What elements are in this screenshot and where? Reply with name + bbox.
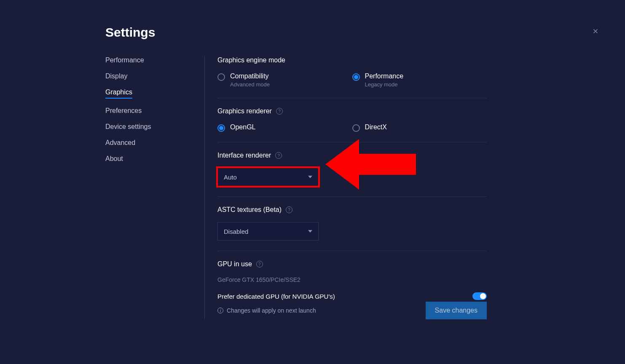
radio-icon [217,124,225,132]
page-title: Settings [105,25,587,40]
interface-renderer-title: Interface renderer [217,152,271,159]
radio-label: OpenGL [230,123,255,131]
radio-sublabel: Advanced mode [230,81,270,88]
close-icon [592,27,599,35]
sidebar-item-graphics[interactable]: Graphics [105,88,132,99]
radio-icon [352,73,360,81]
save-changes-button[interactable]: Save changes [426,302,487,319]
astc-select[interactable]: Disabled [217,222,319,241]
sidebar-item-performance[interactable]: Performance [105,56,144,64]
sidebar-item-advanced[interactable]: Advanced [105,139,135,147]
section-astc: ASTC textures (Beta) ? Disabled [217,206,487,251]
close-button[interactable] [590,26,601,36]
sidebar-item-about[interactable]: About [105,155,123,163]
help-icon[interactable]: ? [286,206,292,213]
help-icon[interactable]: ? [275,152,282,159]
select-value: Disabled [224,228,248,235]
radio-opengl[interactable]: OpenGL [217,123,352,132]
radio-directx[interactable]: DirectX [352,123,487,132]
help-icon[interactable]: ? [276,108,283,115]
section-graphics-renderer: Graphics renderer ? OpenGL DirectX [217,107,487,142]
radio-performance[interactable]: Performance Legacy mode [352,72,487,88]
select-value: Auto [224,174,237,181]
chevron-down-icon [308,230,312,233]
section-interface-renderer: Interface renderer ? Auto [217,152,487,197]
interface-renderer-select[interactable]: Auto [217,168,319,186]
radio-icon [217,73,225,81]
sidebar: Performance Display Graphics Preferences… [105,56,204,319]
sidebar-item-display[interactable]: Display [105,72,127,80]
radio-icon [352,124,360,132]
info-icon: i [217,308,223,313]
chevron-down-icon [308,176,312,178]
section-engine-mode: Graphics engine mode Compatibility Advan… [217,56,487,98]
sidebar-item-preferences[interactable]: Preferences [105,107,142,115]
radio-label: Compatibility [230,72,270,80]
footer-info-text: Changes will apply on next launch [227,307,316,314]
engine-mode-title: Graphics engine mode [217,56,487,64]
radio-label: DirectX [365,123,387,131]
settings-content: Graphics engine mode Compatibility Advan… [204,56,487,319]
astc-title: ASTC textures (Beta) [217,206,282,214]
sidebar-item-device-settings[interactable]: Device settings [105,123,151,131]
radio-sublabel: Legacy mode [365,81,404,88]
graphics-renderer-title: Graphics renderer [217,107,272,115]
radio-compatibility[interactable]: Compatibility Advanced mode [217,72,352,88]
footer-info: i Changes will apply on next launch [217,307,316,314]
radio-label: Performance [365,72,404,80]
